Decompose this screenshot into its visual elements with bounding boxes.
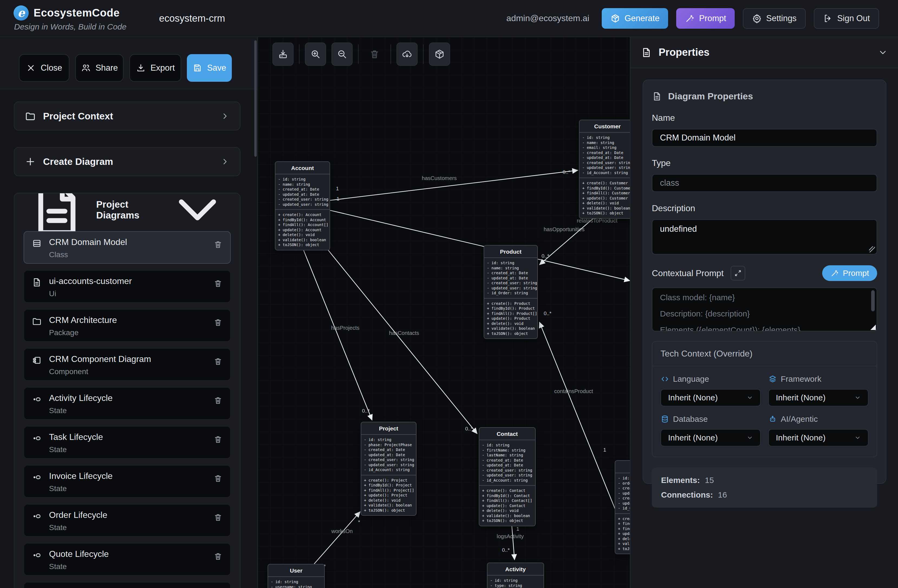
zoom-out-button[interactable] [332, 43, 352, 66]
resize-handle-icon[interactable] [869, 246, 875, 252]
name-input[interactable]: CRM Domain Model [652, 129, 877, 147]
resize-handle-icon[interactable] [870, 325, 876, 330]
diagram-list-item[interactable] [23, 582, 231, 588]
zoom-in-button[interactable] [305, 43, 326, 66]
trash-icon [369, 49, 380, 60]
folder-icon [25, 111, 36, 122]
prompt-button[interactable]: Prompt [676, 8, 735, 29]
tech-select-ai-agentic[interactable]: Inherit (None) [768, 429, 869, 447]
expand-prompt-button[interactable] [730, 266, 745, 281]
package-button[interactable] [429, 43, 450, 66]
diagram-list-item[interactable]: CRM ArchitecturePackage [23, 309, 231, 342]
trash-icon[interactable] [214, 551, 223, 562]
uml-class-customer[interactable]: Customer- id: string- name: string- emai… [579, 120, 630, 219]
tech-select-language[interactable]: Inherit (None) [661, 389, 761, 406]
uml-class-title: Customer [580, 120, 630, 133]
save-button[interactable]: Save [187, 54, 232, 82]
export-image-button[interactable] [272, 43, 294, 66]
properties-panel-header[interactable]: Properties [630, 37, 898, 68]
contextual-prompt-textarea[interactable]: Class model: {name}Description: {descrip… [652, 287, 877, 332]
prompt-placeholder-line: Description: {description} [660, 309, 869, 318]
diagram-list-item[interactable]: ui-accounts-customerUi [23, 270, 231, 302]
diagram-list-item[interactable]: CRM Component DiagramComponent [23, 348, 231, 381]
diagram-item-subtitle: State [49, 445, 103, 454]
diagram-item-subtitle: State [49, 484, 113, 493]
chevron-down-icon [854, 395, 861, 401]
state-icon [32, 472, 42, 482]
svg-text:hasProjects: hasProjects [331, 325, 360, 331]
signout-button[interactable]: Sign Out [814, 8, 879, 29]
state-icon [32, 511, 42, 521]
uml-class-account[interactable]: Account- id: string- name: string- creat… [275, 161, 330, 250]
tech-field-language: LanguageInherit (None) [661, 375, 761, 406]
trash-icon[interactable] [214, 278, 223, 289]
settings-button[interactable]: Settings [743, 8, 806, 29]
tech-select-database[interactable]: Inherit (None) [661, 429, 761, 447]
project-context-label: Project Context [43, 111, 113, 121]
tech-field-framework: FrameworkInherit (None) [768, 375, 869, 406]
diagram-canvas[interactable]: hasCustomers10..*hasOpportunities1relate… [258, 37, 630, 588]
sidebar-scrollbar[interactable] [254, 40, 257, 157]
create-diagram-card[interactable]: Create Diagram [14, 147, 240, 176]
uml-class-activity[interactable]: Activity- id: string- type: string- crea… [487, 563, 544, 588]
svg-text:1: 1 [337, 196, 340, 202]
project-context-card[interactable]: Project Context [14, 101, 240, 130]
svg-text:*: * [358, 519, 360, 525]
diagram-properties-card: Diagram Properties Name CRM Domain Model… [643, 80, 886, 484]
trash-icon[interactable] [214, 512, 223, 522]
share-button[interactable]: Share [75, 54, 123, 82]
layers-icon [768, 375, 777, 383]
diagram-item-subtitle: State [49, 406, 113, 415]
textarea-scrollbar[interactable] [871, 290, 875, 311]
description-textarea[interactable]: undefined [652, 219, 877, 255]
diagram-list: CRM Domain ModelClassui-accounts-custome… [14, 226, 240, 588]
prompt-placeholder-line: Elements ({elementCount}): {elements} [660, 325, 869, 332]
svg-text:0..*: 0..* [362, 408, 370, 414]
diagram-list-item[interactable]: Task LifecycleState [23, 426, 231, 459]
diagram-list-item[interactable]: Activity LifecycleState [23, 387, 231, 420]
svg-text:0..*: 0..* [502, 547, 510, 553]
svg-text:0..*: 0..* [541, 253, 549, 259]
tech-select-framework[interactable]: Inherit (None) [768, 389, 869, 406]
uml-class-order[interactable]: Order- id: string- orderDate: Date- crea… [615, 460, 630, 554]
contextual-prompt-button[interactable]: Prompt [822, 265, 877, 281]
diagram-list-item[interactable]: Invoice LifecycleState [23, 465, 231, 497]
uml-class-user[interactable]: User- id: string- username: string- crea… [268, 564, 325, 588]
description-label: Description [652, 203, 877, 213]
plus-icon [25, 156, 36, 167]
uml-attributes: - id: string- type: string- created_at: … [487, 576, 543, 588]
trash-icon[interactable] [214, 317, 223, 328]
project-diagrams-card: Project Diagrams CRM Domain ModelClassui… [14, 193, 240, 588]
diagram-item-title: Quote Lifecycle [49, 549, 109, 559]
diagram-list-item[interactable]: Order LifecycleState [23, 504, 231, 537]
svg-text:1: 1 [517, 526, 520, 532]
diagram-item-subtitle: Component [49, 367, 151, 376]
uml-class-contact[interactable]: Contact- id: string- firstName: string- … [479, 427, 536, 526]
generate-button[interactable]: Generate [602, 8, 668, 29]
chevron-down-icon [747, 395, 753, 401]
cloud-download-button[interactable] [397, 43, 418, 66]
close-button[interactable]: Close [19, 54, 69, 82]
expand-icon [734, 269, 742, 277]
trash-icon[interactable] [214, 239, 223, 250]
delete-button[interactable] [364, 43, 385, 66]
trash-icon[interactable] [214, 434, 223, 445]
uml-attributes: - id: string- firstName: string- lastNam… [479, 440, 535, 486]
trash-icon[interactable] [214, 395, 223, 405]
type-input[interactable]: class [652, 174, 877, 192]
robot-icon [768, 415, 777, 424]
svg-text:0..*: 0..* [544, 310, 552, 316]
cloud-download-icon [401, 49, 412, 60]
uml-methods: + create(): Account+ findById(): Account… [275, 210, 329, 250]
uml-class-product[interactable]: Product- id: string- name: string- creat… [484, 245, 538, 339]
trash-icon[interactable] [214, 473, 223, 484]
trash-icon[interactable] [214, 356, 223, 367]
diagram-list-item[interactable]: CRM Domain ModelClass [23, 231, 231, 264]
uml-class-project[interactable]: Project- id: string- phase: ProjectPhase… [361, 422, 417, 516]
export-button[interactable]: Export [129, 54, 181, 82]
project-diagrams-header[interactable]: Project Diagrams [14, 193, 240, 226]
uml-attributes: - id: string- phase: ProjectPhase- creat… [361, 435, 416, 475]
package-icon [434, 49, 445, 60]
elements-label: Elements: [661, 476, 700, 485]
diagram-list-item[interactable]: Quote LifecycleState [23, 543, 231, 576]
